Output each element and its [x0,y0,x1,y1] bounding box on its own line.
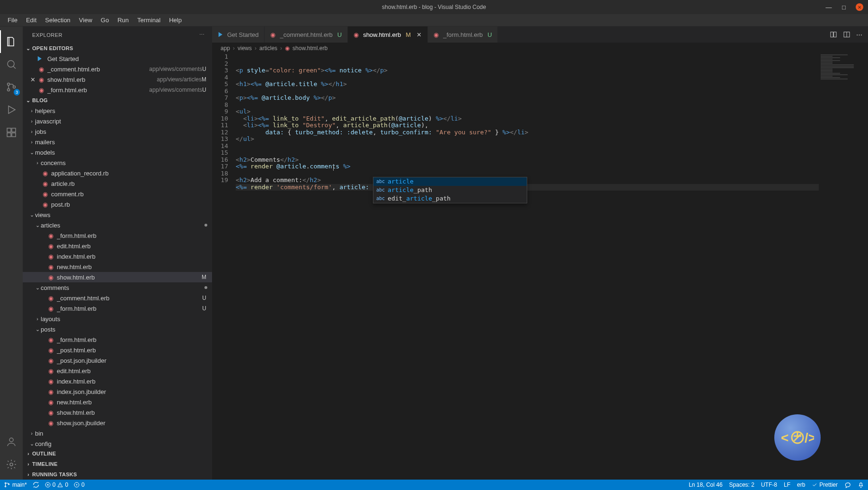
menu-edit[interactable]: Edit [22,15,40,25]
status-branch[interactable]: main* [4,481,27,488]
file-item[interactable]: ◉post.rb [23,199,212,210]
running-tasks-header[interactable]: ›RUNNING TASKS [23,469,212,480]
open-editors-header[interactable]: ⌄ OPEN EDITORS [23,43,212,53]
folder-item[interactable]: ›javascript [23,116,212,126]
timeline-header[interactable]: ›TIMELINE [23,459,212,469]
file-item[interactable]: ◉edit.html.erb [23,366,212,376]
code-line[interactable]: <li><%= link_to "Edit", edit_article_pat… [236,115,868,122]
file-item[interactable]: ◉_comment.html.erbU [23,293,212,303]
file-item[interactable]: ◉edit.html.erb [23,241,212,251]
folder-item[interactable]: ›concerns [23,158,212,168]
code-line[interactable] [236,149,868,157]
folder-item[interactable]: ›mailers [23,137,212,147]
file-item[interactable]: ◉new.html.erb [23,397,212,407]
menu-view[interactable]: View [75,15,96,25]
code-line[interactable] [236,170,868,177]
code-line[interactable] [236,191,868,198]
breadcrumb-segment[interactable]: views [238,45,252,52]
suggest-item[interactable]: abcarticle [373,177,527,186]
outline-header[interactable]: ›OUTLINE [23,448,212,459]
run-debug-icon[interactable] [0,98,23,121]
folder-item[interactable]: ⌄views [23,210,212,220]
editor-tab[interactable]: ◉_comment.html.erbU [265,26,348,43]
file-item[interactable]: ◉_post.html.erb [23,345,212,355]
file-item[interactable]: ◉index.json.jbuilder [23,386,212,397]
file-item[interactable]: ◉show.html.erbM [23,272,212,282]
status-language[interactable]: erb [797,481,805,488]
status-problems[interactable]: 0 0 [45,481,68,488]
extensions-icon[interactable] [0,121,23,144]
file-item[interactable]: ◉_form.html.erb [23,230,212,241]
open-editor-item[interactable]: ◉_form.html.erbapp/views/commentsU [23,85,212,95]
menu-file[interactable]: File [4,15,21,25]
status-bell-icon[interactable] [858,481,864,488]
file-item[interactable]: ◉_form.html.erb [23,334,212,345]
status-sync[interactable] [33,481,39,488]
menu-help[interactable]: Help [165,15,186,25]
code-line[interactable]: data: { turbo_method: :delete, turbo_con… [236,129,868,136]
close-icon[interactable]: ✕ [416,31,422,38]
folder-item[interactable]: ›helpers [23,105,212,116]
code-line[interactable]: <%= render @article.comments %> [236,163,868,170]
file-item[interactable]: ◉_post.json.jbuilder [23,355,212,366]
minimap[interactable] [819,53,861,480]
status-spaces[interactable]: Spaces: 2 [729,481,754,488]
file-item[interactable]: ◉new.html.erb [23,262,212,272]
folder-item[interactable]: ⌄posts [23,324,212,334]
editor-tab[interactable]: ◉_form.html.erbU [428,26,498,43]
code-line[interactable]: <ul> [236,108,868,115]
status-cursor[interactable]: Ln 18, Col 46 [689,481,722,488]
split-editor-icon[interactable] [843,31,850,38]
search-icon[interactable] [0,53,23,76]
code-line[interactable]: </ul> [236,136,868,143]
code-line[interactable]: <%= render 'comments/form', article: @ar… [236,184,868,191]
diff-icon[interactable] [830,31,837,38]
folder-item[interactable]: ›jobs [23,126,212,137]
explorer-icon[interactable] [0,30,23,53]
open-editor-item[interactable]: Get Started [23,53,212,64]
folder-item[interactable]: ⌄articles [23,220,212,230]
vertical-scrollbar[interactable] [861,53,868,480]
status-ports[interactable]: 0 [74,481,85,488]
status-eol[interactable]: LF [784,481,790,488]
breadcrumb-segment[interactable]: show.html.erb [292,45,328,52]
accounts-icon[interactable] [0,430,23,453]
code-line[interactable] [236,88,868,95]
code-line[interactable]: <p style="color: green"><%= notice %></p… [236,67,868,74]
breadcrumb[interactable]: app›views›articles›◉ show.html.erb [212,43,868,53]
status-prettier[interactable]: Prettier [812,481,838,488]
folder-item[interactable]: ⌄models [23,147,212,158]
code-line[interactable] [236,143,868,150]
code-line[interactable]: <h2>Comments</h2> [236,157,868,164]
code-line[interactable]: <p><%= @article.body %></p> [236,95,868,102]
open-editor-item[interactable]: ✕◉show.html.erbapp/views/articlesM [23,74,212,85]
editor-tab[interactable]: Get Started [212,26,265,43]
menu-run[interactable]: Run [114,15,133,25]
menu-selection[interactable]: Selection [41,15,74,25]
editor-tab[interactable]: ◉show.html.erbM✕ [348,26,428,43]
file-item[interactable]: ◉article.rb [23,178,212,189]
folder-item[interactable]: ›layouts [23,314,212,324]
file-item[interactable]: ◉comment.rb [23,189,212,199]
minimize-button[interactable]: — [825,4,832,10]
suggest-item[interactable]: abcedit_article_path [373,194,527,203]
editor-body[interactable]: 12345678910111213141516171819 <p style="… [212,53,868,480]
menu-terminal[interactable]: Terminal [133,15,164,25]
suggest-item[interactable]: abcarticle_path [373,186,527,194]
code-line[interactable]: <li><%= link_to "Destroy", article_path(… [236,122,868,129]
folder-item[interactable]: ›bin [23,428,212,438]
status-encoding[interactable]: UTF-8 [761,481,777,488]
breadcrumb-segment[interactable]: app [221,45,230,52]
code-line[interactable]: <h2>Add a comment:</h2> [236,177,868,184]
suggest-widget[interactable]: abcarticleabcarticle_pathabcedit_article… [373,177,527,203]
file-item[interactable]: ◉index.html.erb [23,251,212,262]
file-item[interactable]: ◉index.html.erb [23,376,212,386]
menu-go[interactable]: Go [97,15,113,25]
project-header[interactable]: ⌄ BLOG [23,95,212,105]
sidebar-more-icon[interactable]: ⋯ [199,32,205,38]
close-button[interactable]: ✕ [856,3,863,11]
open-editor-item[interactable]: ◉_comment.html.erbapp/views/commentsU [23,64,212,74]
folder-item[interactable]: ⌄comments [23,282,212,293]
breadcrumb-segment[interactable]: articles [259,45,277,52]
code-line[interactable] [236,102,868,109]
